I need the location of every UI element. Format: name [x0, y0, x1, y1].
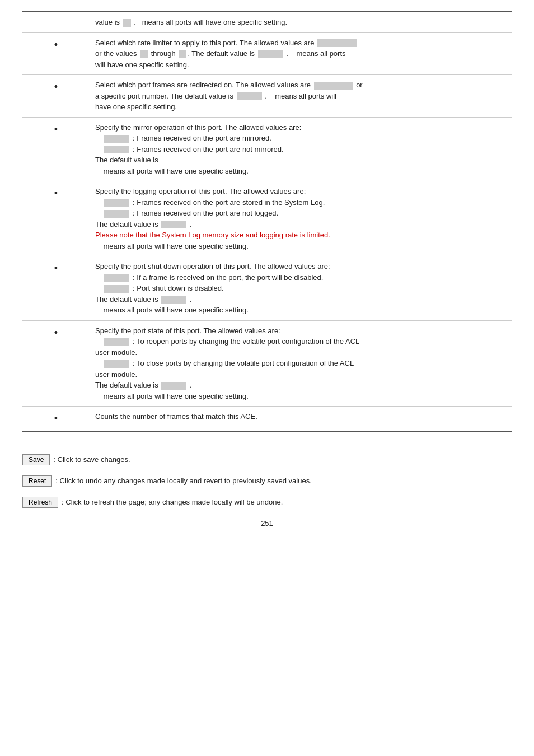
content-cell: value is . means all ports will have one…	[90, 12, 512, 32]
refresh-description: : Click to refresh the page; any changes…	[62, 497, 283, 506]
text-content: : To reopen ports by changing the volati…	[95, 337, 359, 346]
value-box	[123, 19, 131, 27]
bullet-cell: •	[22, 181, 90, 256]
value-box	[104, 338, 129, 346]
text-content: : Port shut down is disabled.	[95, 284, 224, 292]
text-content: : To close ports by changing the volatil…	[95, 359, 354, 367]
text-content: The default value is .	[95, 220, 192, 228]
text-content: a specific port number. The default valu…	[95, 92, 336, 100]
table-row: • Specify the logging operation of this …	[22, 181, 512, 256]
table-row: • Select which port frames are redirecte…	[22, 75, 512, 118]
content-cell: Specify the logging operation of this po…	[90, 181, 512, 256]
value-box	[104, 360, 129, 368]
text-content: means all ports will have one specific s…	[95, 392, 249, 400]
value-box	[140, 50, 148, 58]
bullet-cell: •	[22, 75, 90, 118]
text-content: Select which rate limiter to apply to th…	[95, 39, 358, 47]
value-box	[104, 210, 129, 218]
text-content: have one specific setting.	[95, 102, 177, 111]
bullet-cell: •	[22, 117, 90, 181]
text-content: Counts the number of frames that match t…	[95, 412, 257, 421]
bullet-cell: •	[22, 320, 90, 407]
text-content: : Frames received on the port are stored…	[95, 198, 325, 207]
content-cell: Specify the port shut down operation of …	[90, 256, 512, 321]
text-content: : If a frame is received on the port, th…	[95, 273, 323, 282]
table-row: • Counts the number of frames that match…	[22, 407, 512, 432]
text-content: The default value is .	[95, 381, 192, 389]
table-row: • Select which rate limiter to apply to …	[22, 32, 512, 75]
content-cell: Select which rate limiter to apply to th…	[90, 32, 512, 75]
value-box	[161, 296, 186, 304]
value-box	[314, 82, 353, 90]
text-content: : Frames received on the port are not lo…	[95, 209, 278, 217]
content-cell: Counts the number of frames that match t…	[90, 407, 512, 432]
text-content: The default value is	[95, 156, 158, 164]
value-box	[161, 221, 186, 228]
value-box	[104, 285, 129, 293]
value-box	[317, 39, 357, 47]
reset-row: Reset : Click to undo any changes made l…	[22, 475, 512, 487]
value-box	[104, 274, 129, 282]
table-row: • Specify the port state of this port. T…	[22, 320, 512, 407]
reset-description: : Click to undo any changes made locally…	[55, 475, 311, 485]
content-cell: Specify the mirror operation of this por…	[90, 117, 512, 181]
value-box	[258, 50, 283, 58]
buttons-section: Save : Click to save changes. Reset : Cl…	[22, 454, 512, 508]
text-content: Specify the logging operation of this po…	[95, 187, 306, 195]
text-content: or the values through . The default valu…	[95, 49, 346, 58]
text-content: : Frames received on the port are not mi…	[95, 145, 284, 153]
text-content: Select which port frames are redirected …	[95, 81, 363, 89]
table-row: • Specify the port shut down operation o…	[22, 256, 512, 321]
main-table: value is . means all ports will have one…	[22, 11, 512, 432]
text-content: value is . means all ports will have one…	[95, 18, 287, 26]
text-content: means all ports will have one specific s…	[95, 242, 249, 250]
refresh-row: Refresh : Click to refresh the page; any…	[22, 497, 512, 508]
text-content: Specify the mirror operation of this por…	[95, 123, 301, 132]
bullet-cell: •	[22, 256, 90, 321]
content-cell: Select which port frames are redirected …	[90, 75, 512, 118]
warning-text: Please note that the System Log memory s…	[95, 231, 330, 239]
text-content: Specify the port shut down operation of …	[95, 262, 330, 270]
text-content: means all ports will have one specific s…	[95, 306, 249, 314]
value-box	[104, 199, 129, 207]
reset-button[interactable]: Reset	[22, 475, 52, 487]
text-content: : Frames received on the port are mirror…	[95, 134, 271, 142]
save-row: Save : Click to save changes.	[22, 454, 512, 465]
refresh-button[interactable]: Refresh	[22, 497, 58, 508]
table-row: • Specify the mirror operation of this p…	[22, 117, 512, 181]
value-box	[104, 146, 129, 153]
value-box	[237, 92, 262, 100]
save-button[interactable]: Save	[22, 454, 50, 465]
content-cell: Specify the port state of this port. The…	[90, 320, 512, 407]
text-content: user module.	[95, 348, 137, 357]
text-content: Specify the port state of this port. The…	[95, 326, 280, 335]
save-description: : Click to save changes.	[53, 454, 130, 464]
text-content: means all ports will have one specific s…	[95, 167, 249, 175]
text-content: The default value is .	[95, 295, 192, 304]
bullet-cell: •	[22, 32, 90, 75]
page-number: 251	[22, 519, 512, 528]
value-box	[161, 382, 186, 390]
value-box	[104, 135, 129, 143]
table-row: value is . means all ports will have one…	[22, 12, 512, 32]
text-content: user module.	[95, 370, 137, 379]
text-content: will have one specific setting.	[95, 60, 189, 69]
value-box	[179, 50, 186, 58]
bullet-cell	[22, 12, 90, 32]
bullet-cell: •	[22, 407, 90, 432]
